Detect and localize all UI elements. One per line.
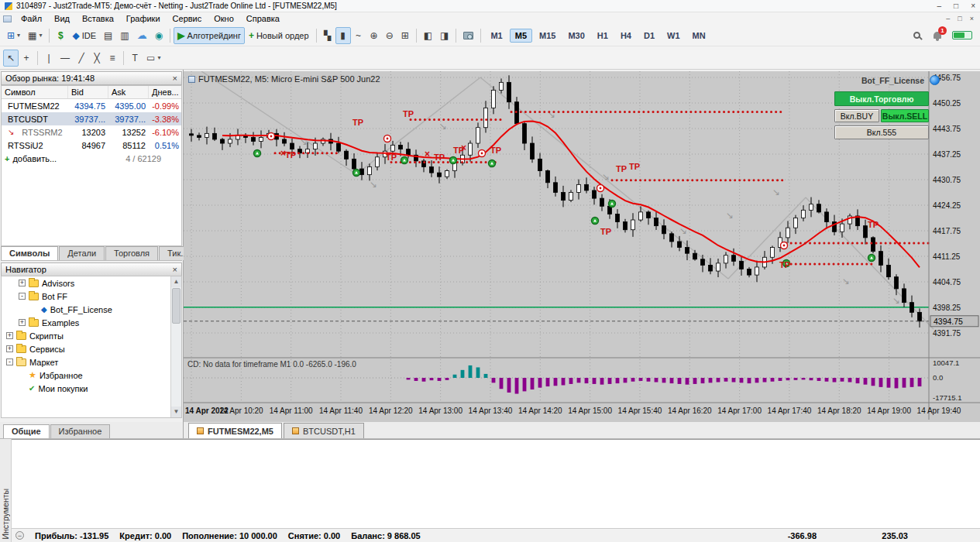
market-watch-tab-1[interactable]: Детали	[59, 246, 105, 260]
scroll-down-icon[interactable]: ▼	[171, 406, 181, 417]
toolbox-vertical-tab[interactable]: Инструменты	[0, 439, 12, 542]
navigator-item-8[interactable]: ✔Мои покупки	[2, 382, 181, 395]
navigator-item-1[interactable]: -Bot FF	[2, 290, 181, 303]
toggle-sell-button[interactable]: Выкл.SELL	[881, 109, 929, 122]
tile-windows-button[interactable]: ⊞	[397, 27, 413, 44]
toggle-buy-button[interactable]: Вкл.BUY	[834, 109, 879, 122]
community-button[interactable]: ◉	[151, 27, 167, 44]
chart-tab-0[interactable]: FUTMESM22,M5	[188, 423, 282, 438]
market-watch-row-2[interactable]: ↘RTSSRM21320313252-6.10%	[2, 125, 181, 139]
collapse-icon[interactable]: -	[6, 358, 13, 365]
add-symbol-row[interactable]: + добавить... 4 / 62129	[2, 152, 181, 165]
horizontal-line-tool-button[interactable]: —	[57, 50, 74, 67]
menu-item-6[interactable]: Справка	[240, 13, 286, 24]
menu-item-2[interactable]: Вставка	[76, 13, 120, 24]
mdi-minimize-button[interactable]: –	[946, 15, 950, 22]
search-button[interactable]	[909, 27, 924, 44]
close-icon[interactable]: ×	[173, 265, 177, 274]
navigator-item-5[interactable]: +Сервисы	[2, 342, 181, 355]
menu-item-1[interactable]: Вид	[48, 13, 76, 24]
svg-text:4450.25: 4450.25	[933, 99, 961, 108]
expand-icon[interactable]: +	[19, 319, 26, 326]
timeframe-d1-button[interactable]: D1	[638, 29, 660, 43]
close-button[interactable]: ×	[971, 2, 975, 10]
market-watch-button[interactable]: $	[53, 27, 68, 44]
menu-item-4[interactable]: Сервис	[167, 13, 208, 24]
toggle-555-button[interactable]: Вкл.555	[834, 125, 929, 139]
mdi-restore-button[interactable]: □	[958, 15, 961, 22]
restore-button[interactable]: □	[954, 2, 958, 10]
tick-chart-button[interactable]: ▚	[320, 27, 335, 44]
trendline-tool-button[interactable]: ╱	[74, 50, 89, 67]
navigator-item-2[interactable]: ◆Bot_FF_License	[2, 303, 181, 316]
navigator-scrollbar[interactable]: ▲ ▼	[170, 276, 181, 417]
zoom-out-button[interactable]: ⊖	[382, 27, 397, 44]
timeframe-h4-button[interactable]: H4	[615, 29, 637, 43]
navigator-tab-0[interactable]: Общие	[3, 424, 50, 438]
profiles-button[interactable]: ▦▾	[24, 27, 46, 44]
cloud-button[interactable]: ☁	[133, 27, 151, 44]
strategy-tester-button[interactable]: ▥	[116, 27, 132, 44]
timeframe-m1-button[interactable]: M1	[485, 29, 507, 43]
market-watch-row-1[interactable]: BTCUSDT39737...39737...-3.38%	[2, 112, 181, 125]
line-chart-button[interactable]: ~	[351, 27, 366, 44]
timeframe-mn-button[interactable]: MN	[687, 29, 711, 43]
timeframe-m15-button[interactable]: M15	[534, 29, 561, 43]
timeframe-m5-button[interactable]: M5	[510, 29, 532, 43]
channel-tool-button[interactable]: ╳	[89, 50, 105, 67]
chart-region[interactable]: ↘↘↘↘↘↘↘↘↘↘×××TPTPTPTPTPTPTPTPTPTPTPTPCD:…	[184, 71, 980, 422]
collapse-icon[interactable]: -	[19, 293, 26, 300]
chart-tab-1[interactable]: BTCUSDT,H1	[284, 423, 364, 438]
shapes-tool-button[interactable]: ▭▾	[143, 50, 164, 67]
menu-item-5[interactable]: Окно	[208, 13, 240, 24]
market-watch-tab-0[interactable]: Символы	[1, 246, 58, 260]
expand-icon[interactable]: +	[19, 280, 26, 286]
navigator-tab-1[interactable]: Избранное	[50, 424, 111, 438]
zoom-in-button[interactable]: ⊕	[366, 27, 382, 44]
ide-button[interactable]: ◆IDE	[68, 27, 100, 44]
navigator-item-0[interactable]: +Advisors	[2, 276, 181, 290]
text-tool-button[interactable]: T	[127, 50, 143, 67]
timeframe-w1-button[interactable]: W1	[662, 29, 686, 43]
expand-icon[interactable]: +	[6, 345, 13, 352]
notifications-button[interactable]: 1	[932, 29, 944, 42]
algo-trading-button[interactable]: ▶Алготрейдинг	[174, 27, 245, 44]
mdi-close-button[interactable]: ×	[970, 15, 974, 22]
crosshair-tool-button[interactable]: +	[19, 50, 34, 67]
navigator-item-7[interactable]: ★Избранное	[2, 369, 181, 382]
menu-item-3[interactable]: Графики	[120, 13, 167, 24]
market-watch-column-header[interactable]: Bid	[68, 86, 108, 98]
market-watch-row-0[interactable]: FUTMESM224394.754395.00-0.99%	[2, 99, 181, 112]
timeframe-m30-button[interactable]: M30	[562, 29, 590, 43]
candle-chart-button[interactable]: ▮	[335, 27, 351, 44]
navigator-item-4[interactable]: +Скрипты	[2, 329, 181, 342]
close-icon[interactable]: ×	[173, 74, 177, 83]
market-watch-column-header[interactable]: Символ	[2, 86, 68, 98]
market-watch-column-header[interactable]: Ask	[108, 86, 149, 98]
screenshot-button[interactable]	[459, 27, 477, 44]
cursor-tool-button[interactable]: ↖	[3, 50, 19, 67]
expand-icon[interactable]: +	[6, 332, 13, 339]
timeframe-h1-button[interactable]: H1	[592, 29, 614, 43]
menu-item-0[interactable]: Файл	[15, 13, 48, 24]
scrollbar-thumb[interactable]	[172, 288, 181, 324]
candlestick-chart[interactable]: ↘↘↘↘↘↘↘↘↘↘×××TPTPTPTPTPTPTPTPTPTPTPTPCD:…	[184, 71, 980, 420]
navigator-item-6[interactable]: -Маркет	[2, 355, 181, 369]
strategy-tester-icon: ▥	[120, 31, 129, 40]
market-watch-column-header[interactable]: Днев...	[149, 86, 182, 98]
mt5-window: 3104897 - Just2Trade-MT5: Демо-счёт - Ne…	[0, 0, 980, 542]
minimize-button[interactable]: –	[937, 2, 942, 10]
toggle-trading-button[interactable]: Выкл.Торговлю	[834, 91, 929, 106]
data-window-button[interactable]: ▤	[100, 27, 116, 44]
market-watch-row-3[interactable]: RTSSiU284967851120.51%	[2, 139, 181, 152]
arrange-right-button[interactable]: ◨	[436, 27, 452, 44]
new-order-button[interactable]: +Новый ордер	[245, 27, 313, 44]
arrange-left-button[interactable]: ◧	[420, 27, 436, 44]
new-chart-button[interactable]: ⊞▾	[3, 27, 24, 44]
market-watch-tab-2[interactable]: Торговля	[105, 246, 158, 260]
fibonacci-tool-button[interactable]: ≡	[105, 50, 120, 67]
scroll-up-icon[interactable]: ▲	[171, 276, 181, 287]
navigator-item-3[interactable]: +Examples	[2, 316, 181, 329]
navigator-tabs: ОбщиеИзбранное	[0, 422, 184, 438]
vertical-line-tool-button[interactable]: |	[41, 50, 57, 67]
